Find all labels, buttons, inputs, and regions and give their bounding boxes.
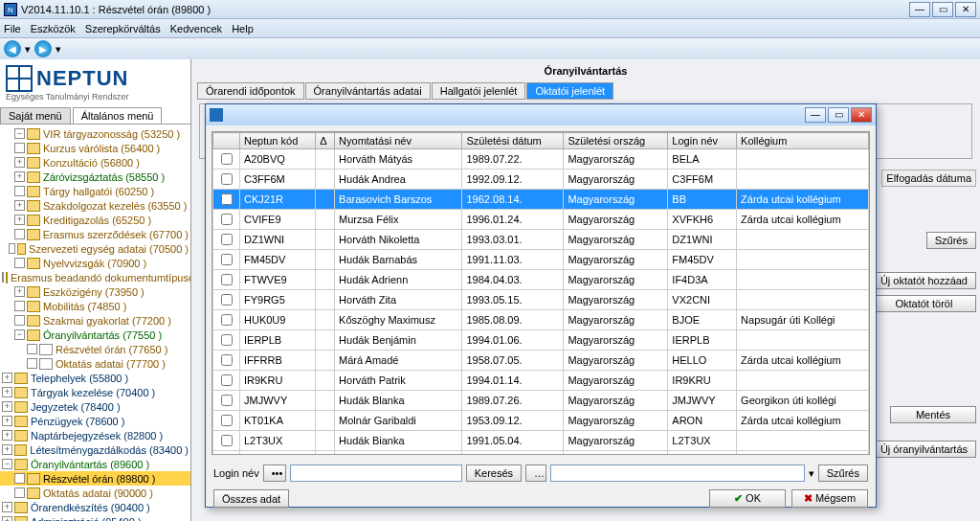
- tree-item[interactable]: +Adminisztráció (95400 ): [0, 514, 190, 521]
- tree-item[interactable]: −VIR tárgyazonosság (53250 ): [0, 126, 190, 141]
- btn-szures-right[interactable]: Szűrés: [926, 232, 976, 249]
- combo-drop-icon[interactable]: ▾: [809, 467, 814, 480]
- dlg-max[interactable]: ▭: [828, 107, 849, 123]
- menu-eszközök[interactable]: Eszközök: [31, 23, 76, 34]
- fwd-button[interactable]: ▶: [34, 40, 52, 57]
- row-check[interactable]: [221, 334, 233, 346]
- tree-item[interactable]: Oktatás adatai (77700 ): [0, 356, 190, 371]
- row-check[interactable]: [221, 294, 233, 306]
- table-row[interactable]: HUK0U9Kőszöghy Maximusz1985.08.09.Magyar…: [213, 310, 869, 330]
- btn-ok[interactable]: OK: [709, 489, 786, 508]
- tree-item[interactable]: +Eszközigény (73950 ): [0, 284, 190, 299]
- dlg-close[interactable]: ✕: [851, 107, 872, 123]
- tree-item[interactable]: +Telephelyek (55800 ): [0, 371, 190, 385]
- btn-szures-dlg[interactable]: Szűrés: [818, 464, 868, 482]
- btn-mentes[interactable]: Mentés: [890, 406, 976, 423]
- btn-cancel[interactable]: Mégsem: [791, 489, 868, 508]
- table-row[interactable]: IR9KRUHorváth Patrik1994.01.14.Magyarors…: [213, 371, 869, 391]
- row-check[interactable]: [221, 374, 233, 386]
- row-check[interactable]: [221, 254, 233, 265]
- tree-item[interactable]: Szervezeti egység adatai (70500 ): [0, 241, 190, 256]
- tree-item[interactable]: +Órarendkészítés (90400 ): [0, 500, 190, 514]
- menu-file[interactable]: File: [4, 23, 21, 34]
- table-row[interactable]: CVIFE9Murzsa Félix1996.01.24.Magyarorszá…: [213, 210, 869, 230]
- btn-osszes[interactable]: Összes adat: [213, 489, 289, 508]
- table-row[interactable]: KT01KAMolnár Garibaldi1953.09.12.Magyaro…: [213, 411, 869, 431]
- tree-item[interactable]: +Pénzügyek (78600 ): [0, 414, 190, 428]
- row-check[interactable]: [221, 435, 233, 446]
- table-row[interactable]: C3FF6MHudák Andrea1992.09.12.Magyarorszá…: [213, 170, 869, 190]
- btn-add-oktato[interactable]: Új oktatót hozzáad: [872, 272, 976, 289]
- table-row[interactable]: A20BVQHorváth Mátyás1989.07.22.Magyarors…: [213, 149, 869, 170]
- max-button[interactable]: ▭: [932, 2, 953, 17]
- table-row[interactable]: IFFRRBMárá Amadé1958.07.05.MagyarországH…: [213, 351, 869, 371]
- subtab-2[interactable]: Hallgatói jelenlét: [432, 82, 526, 100]
- btn-del-oktato[interactable]: Oktatót töröl: [872, 295, 976, 312]
- tree-item[interactable]: +Jegyzetek (78400 ): [0, 399, 190, 414]
- subtab-1[interactable]: Óranyilvántartás adatai: [305, 82, 431, 100]
- row-check[interactable]: [221, 153, 233, 165]
- tree-item[interactable]: +Záróvizsgáztatás (58550 ): [0, 170, 190, 184]
- table-row[interactable]: FY9RG5Horváth Zita1993.05.15.Magyarorszá…: [213, 290, 869, 310]
- btn-uj-nyilv[interactable]: Új óranyilvántartás: [872, 441, 976, 458]
- back-button[interactable]: ◀: [4, 40, 21, 57]
- row-check[interactable]: [221, 395, 233, 406]
- tree-item[interactable]: Oktatás adatai (90000 ): [0, 486, 190, 500]
- tree-item[interactable]: Részvétel órán (89800 ): [0, 471, 190, 486]
- table-row[interactable]: DZ1WNIHorváth Nikoletta1993.03.01.Magyar…: [213, 230, 869, 250]
- tree-item[interactable]: −Óranyilvántartás (77550 ): [0, 328, 190, 342]
- row-check[interactable]: [221, 415, 233, 426]
- filter-combo[interactable]: [550, 464, 805, 482]
- row-check[interactable]: [221, 354, 233, 366]
- table-row[interactable]: FTWVE9Hudák Adrienn1984.04.03.Magyarorsz…: [213, 270, 869, 290]
- table-row[interactable]: FM45DVHudák Barnabás1991.11.03.Magyarors…: [213, 250, 869, 270]
- menu-help[interactable]: Help: [232, 23, 254, 34]
- panel-title: Óranyilvántartás: [191, 59, 980, 82]
- tree-item[interactable]: +Konzultáció (56800 ): [0, 155, 190, 170]
- row-check[interactable]: [221, 234, 233, 245]
- tab-altalanos[interactable]: Általános menü: [73, 107, 163, 124]
- table-row[interactable]: JMJWVYHudák Blanka1989.07.26.Magyarorszá…: [213, 391, 869, 411]
- tree-item[interactable]: Nyelvvizsgák (70900 ): [0, 256, 190, 270]
- row-check[interactable]: [221, 173, 233, 185]
- subtab-3[interactable]: Oktatói jelenlét: [526, 82, 613, 100]
- search-input[interactable]: [290, 464, 462, 482]
- tree-item[interactable]: Tárgy hallgatói (60250 ): [0, 184, 190, 198]
- tree-item[interactable]: Erasmus szerződések (67700 ): [0, 227, 190, 241]
- tree-item[interactable]: Szakmai gyakorlat (77200 ): [0, 313, 190, 328]
- tree-item[interactable]: Erasmus beadandó dokumentumtípusok (1: [0, 270, 190, 284]
- btn-kereses[interactable]: Keresés: [466, 464, 522, 482]
- tree-item[interactable]: +Szakdolgozat kezelés (63550 ): [0, 198, 190, 213]
- btn-browse[interactable]: …: [525, 464, 546, 482]
- tree-item[interactable]: Részvétel órán (77650 ): [0, 342, 190, 356]
- menu-kedvencek[interactable]: Kedvencek: [170, 23, 222, 34]
- nav-tree[interactable]: −VIR tárgyazonosság (53250 )Kurzus váról…: [0, 125, 190, 521]
- tree-item[interactable]: Kurzus várólista (56400 ): [0, 141, 190, 155]
- fwd-drop[interactable]: ▾: [56, 43, 61, 56]
- table-row[interactable]: L2T3UXHudák Bianka1991.05.04.Magyarorszá…: [213, 431, 869, 451]
- subtab-0[interactable]: Órarendi időpontok: [197, 82, 304, 100]
- tree-item[interactable]: +Kreditigazolás (65250 ): [0, 213, 190, 227]
- table-row[interactable]: CKJ21RBarasovich Barszos1962.08.14.Magya…: [213, 190, 869, 210]
- col-elfogadas[interactable]: Elfogadás dátuma: [881, 170, 976, 187]
- table-row[interactable]: MC4JMHHudák Borbála1993.11.21.Magyarorsz…: [213, 451, 869, 456]
- tab-sajat[interactable]: Saját menü: [0, 107, 71, 124]
- tree-item[interactable]: −Óranyilvántartás (89600 ): [0, 457, 190, 471]
- row-check[interactable]: [221, 214, 233, 225]
- dlg-min[interactable]: —: [805, 107, 826, 123]
- tree-item[interactable]: +Naptárbejegyzések (82800 ): [0, 428, 190, 442]
- row-check[interactable]: [221, 274, 233, 285]
- logo-text: NEPTUN: [36, 66, 128, 91]
- min-button[interactable]: —: [909, 2, 930, 17]
- menu-szerepkörváltás[interactable]: Szerepkörváltás: [85, 23, 161, 34]
- data-grid[interactable]: Neptun kódΔNyomtatási névSzületési dátum…: [212, 131, 870, 455]
- field-picker[interactable]: •••: [263, 464, 286, 482]
- row-check[interactable]: [221, 314, 233, 326]
- row-check[interactable]: [221, 193, 233, 205]
- tree-item[interactable]: +Tárgyak kezelése (70400 ): [0, 385, 190, 399]
- tree-item[interactable]: +Létesítménygazdálkodás (83400 ): [0, 442, 190, 457]
- tree-item[interactable]: Mobilitás (74850 ): [0, 299, 190, 313]
- back-drop[interactable]: ▾: [25, 43, 31, 56]
- table-row[interactable]: IERPLBHudák Benjámin1994.01.06.Magyarors…: [213, 330, 869, 351]
- close-button[interactable]: ✕: [955, 2, 976, 17]
